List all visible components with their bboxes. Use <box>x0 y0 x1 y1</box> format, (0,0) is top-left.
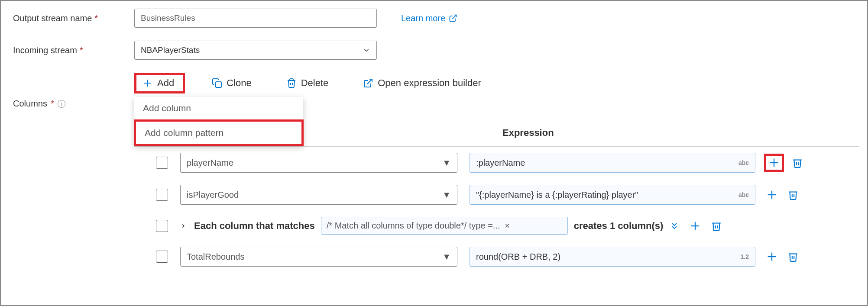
plus-icon <box>766 189 778 201</box>
delete-row-button[interactable] <box>792 157 803 168</box>
column-name-value: TotalRebounds <box>187 252 244 262</box>
expression-input[interactable]: "{:playerName} is a {:playerRating} play… <box>470 185 755 205</box>
row-checkbox[interactable] <box>156 189 168 201</box>
plus-icon <box>768 157 780 169</box>
expression-text: :playerName <box>476 158 525 168</box>
delete-button[interactable]: Delete <box>279 74 337 92</box>
pattern-suffix-text: creates 1 column(s) <box>574 220 664 232</box>
expression-input[interactable]: round(ORB + DRB, 2) 1.2 <box>470 247 755 267</box>
plus-icon <box>689 220 701 232</box>
clear-icon[interactable]: ✕ <box>505 222 510 230</box>
external-link-icon <box>363 78 373 88</box>
row-checkbox[interactable] <box>156 157 168 169</box>
expression-header: Expression <box>502 127 554 139</box>
plus-icon <box>143 78 153 88</box>
collapse-icon[interactable] <box>669 221 680 231</box>
incoming-stream-select[interactable]: NBAPlayerStats <box>134 41 377 60</box>
column-row: TotalRebounds ▼ round(ORB + DRB, 2) 1.2 <box>134 241 859 273</box>
required-asterisk: * <box>80 45 83 55</box>
incoming-stream-label-text: Incoming stream <box>13 45 77 55</box>
add-row-button[interactable] <box>764 249 780 264</box>
incoming-stream-value: NBAPlayerStats <box>141 45 200 55</box>
column-name-value: isPlayerGood <box>187 190 239 200</box>
expression-text: "{:playerName} is a {:playerRating} play… <box>476 190 638 200</box>
chevron-down-icon <box>363 46 370 54</box>
pattern-match-text: /* Match all columns of type double*/ ty… <box>327 221 500 231</box>
add-dropdown-menu: Add column Add column pattern <box>134 97 303 146</box>
add-button[interactable]: Add <box>134 73 185 93</box>
learn-more-text: Learn more <box>401 13 445 23</box>
caret-down-icon: ▼ <box>442 158 451 168</box>
external-link-icon <box>449 14 457 23</box>
open-builder-label: Open expression builder <box>378 77 481 89</box>
trash-icon <box>286 78 297 88</box>
clone-button-label: Clone <box>227 77 251 89</box>
caret-down-icon: ▼ <box>442 190 451 200</box>
output-stream-label: Output stream name * <box>13 13 134 23</box>
delete-row-button[interactable] <box>787 189 799 200</box>
column-row: isPlayerGood ▼ "{:playerName} is a {:pla… <box>134 179 859 211</box>
menu-add-column-pattern[interactable]: Add column pattern <box>134 119 304 146</box>
row-checkbox[interactable] <box>156 251 168 263</box>
columns-label: Columns * i <box>13 73 134 109</box>
column-row: playerName ▼ :playerName abc <box>134 147 859 179</box>
output-stream-label-text: Output stream name <box>13 13 92 23</box>
clone-button[interactable]: Clone <box>204 74 259 92</box>
trash-icon <box>787 251 799 262</box>
svg-rect-3 <box>216 82 221 87</box>
add-row-button[interactable] <box>764 187 780 203</box>
output-stream-input[interactable] <box>134 9 377 28</box>
menu-add-column[interactable]: Add column <box>134 97 303 119</box>
open-expression-builder-button[interactable]: Open expression builder <box>355 74 489 92</box>
column-name-select[interactable]: isPlayerGood ▼ <box>180 185 457 205</box>
required-asterisk: * <box>94 13 98 23</box>
expression-text: round(ORB + DRB, 2) <box>476 252 560 262</box>
type-badge: abc <box>738 191 749 198</box>
incoming-stream-label: Incoming stream * <box>13 45 134 55</box>
learn-more-link[interactable]: Learn more <box>401 13 457 23</box>
pattern-prefix-text: Each column that matches <box>194 220 315 232</box>
column-name-select[interactable]: playerName ▼ <box>180 153 457 173</box>
expand-caret-icon[interactable] <box>180 223 186 229</box>
caret-down-icon: ▼ <box>442 252 451 262</box>
trash-icon <box>711 220 722 232</box>
type-badge: 1.2 <box>741 253 749 260</box>
trash-icon <box>792 157 803 168</box>
info-icon[interactable]: i <box>58 100 65 108</box>
pattern-match-input[interactable]: /* Match all columns of type double*/ ty… <box>321 217 568 235</box>
column-name-value: playerName <box>187 158 233 168</box>
trash-icon <box>787 189 799 200</box>
delete-button-label: Delete <box>301 77 329 89</box>
copy-icon <box>212 78 222 88</box>
expression-input[interactable]: :playerName abc <box>470 153 755 173</box>
svg-line-4 <box>367 79 372 84</box>
plus-icon <box>766 251 778 263</box>
row-checkbox[interactable] <box>156 220 168 232</box>
columns-label-text: Columns <box>13 99 47 109</box>
column-name-select[interactable]: TotalRebounds ▼ <box>180 247 457 267</box>
column-pattern-row: Each column that matches /* Match all co… <box>134 211 859 241</box>
add-button-label: Add <box>157 77 174 89</box>
required-asterisk: * <box>51 99 54 109</box>
add-row-button[interactable] <box>764 154 784 172</box>
delete-row-button[interactable] <box>787 251 799 262</box>
delete-row-button[interactable] <box>711 220 722 232</box>
svg-line-0 <box>453 15 457 19</box>
type-badge: abc <box>738 159 749 166</box>
add-row-button[interactable] <box>687 218 703 234</box>
